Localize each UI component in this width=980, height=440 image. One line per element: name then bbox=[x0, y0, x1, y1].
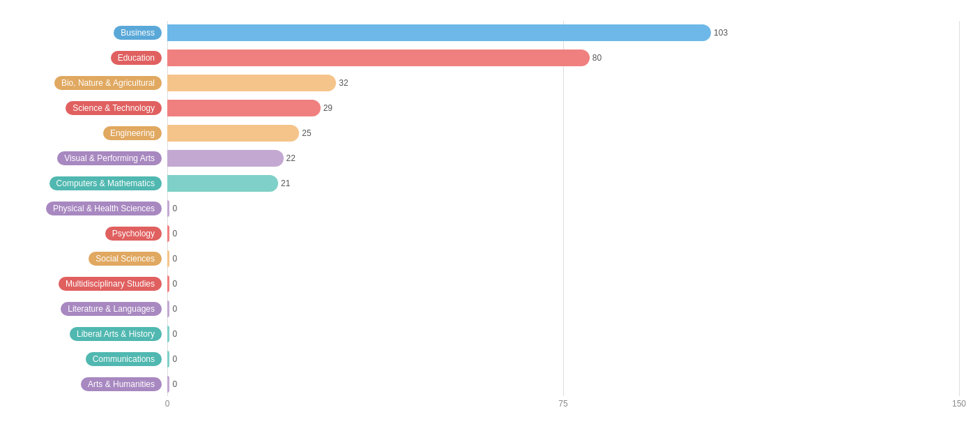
bar: 21 bbox=[167, 175, 278, 192]
bar-label: Engineering bbox=[21, 121, 167, 145]
bar-row: Social Sciences0 bbox=[21, 247, 959, 271]
bar-label: Arts & Humanities bbox=[21, 372, 167, 396]
bar-row: Liberal Arts & History0 bbox=[21, 322, 959, 346]
bar-label: Computers & Mathematics bbox=[21, 172, 167, 195]
bar-label: Psychology bbox=[21, 222, 167, 245]
bar-row: Engineering25 bbox=[21, 121, 959, 145]
bar-label: Social Sciences bbox=[21, 247, 167, 271]
bar: 0 bbox=[167, 225, 169, 242]
bar-row: Literature & Languages0 bbox=[21, 297, 959, 321]
bar: 22 bbox=[167, 150, 284, 167]
axis-labels: 075150 bbox=[167, 399, 959, 413]
bar-label: Visual & Performing Arts bbox=[21, 146, 167, 170]
bar-label: Science & Technology bbox=[21, 96, 167, 120]
chart-area: Business103Education80Bio, Nature & Agri… bbox=[21, 21, 959, 396]
bar: 103 bbox=[167, 24, 711, 41]
bar-label: Communications bbox=[21, 347, 167, 371]
bar-row: Psychology0 bbox=[21, 222, 959, 245]
bar-label: Liberal Arts & History bbox=[21, 322, 167, 346]
bar: 0 bbox=[167, 301, 169, 317]
bar: 0 bbox=[167, 250, 169, 267]
bar-label: Multidisciplinary Studies bbox=[21, 272, 167, 296]
bar: 32 bbox=[167, 75, 336, 91]
chart-wrapper: Business103Education80Bio, Nature & Agri… bbox=[21, 21, 959, 413]
bar-row: Visual & Performing Arts22 bbox=[21, 146, 959, 170]
axis-tick-label: 75 bbox=[558, 399, 567, 409]
bar-row: Physical & Health Sciences0 bbox=[21, 197, 959, 220]
bar: 0 bbox=[167, 376, 169, 393]
bar-row: Science & Technology29 bbox=[21, 96, 959, 120]
bar-row: Bio, Nature & Agricultural32 bbox=[21, 71, 959, 95]
bar-row: Education80 bbox=[21, 46, 959, 70]
bar-label: Education bbox=[21, 46, 167, 70]
bar: 0 bbox=[167, 351, 169, 367]
bar: 0 bbox=[167, 275, 169, 292]
bar-label: Literature & Languages bbox=[21, 297, 167, 321]
bar: 25 bbox=[167, 125, 299, 142]
bar-row: Business103 bbox=[21, 21, 959, 45]
bar-label: Physical & Health Sciences bbox=[21, 197, 167, 220]
bar-label: Business bbox=[21, 21, 167, 45]
bar-label: Bio, Nature & Agricultural bbox=[21, 71, 167, 95]
bar: 0 bbox=[167, 326, 169, 342]
bar: 0 bbox=[167, 200, 169, 217]
bar-row: Multidisciplinary Studies0 bbox=[21, 272, 959, 296]
bar: 80 bbox=[167, 50, 590, 66]
bar-row: Arts & Humanities0 bbox=[21, 372, 959, 396]
axis-tick-label: 0 bbox=[165, 399, 170, 409]
bar-row: Computers & Mathematics21 bbox=[21, 172, 959, 195]
bar: 29 bbox=[167, 100, 321, 116]
axis-tick-label: 150 bbox=[952, 399, 966, 409]
bar-row: Communications0 bbox=[21, 347, 959, 371]
